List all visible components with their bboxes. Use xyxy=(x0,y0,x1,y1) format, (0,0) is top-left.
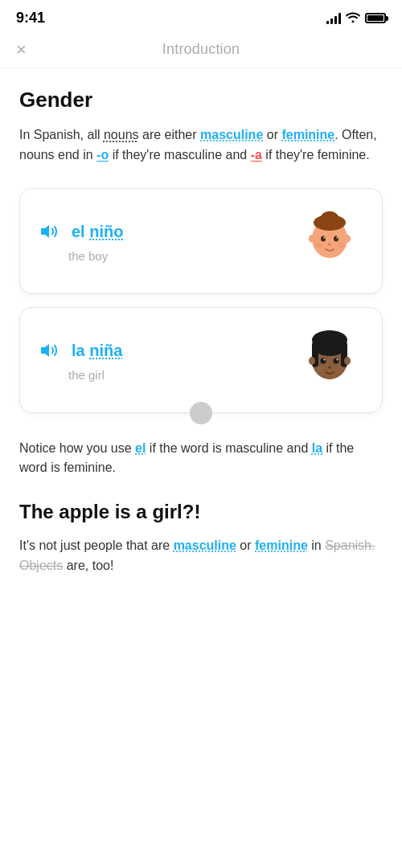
card-nina-wrapper: la niña the girl xyxy=(19,307,383,413)
card-nina-translation: the girl xyxy=(36,368,122,382)
speaker-icon-nino[interactable] xyxy=(36,219,62,244)
card-nina-article: la xyxy=(72,342,89,359)
svg-point-22 xyxy=(334,358,339,363)
svg-point-20 xyxy=(344,357,351,365)
nav-bar: × Introduction xyxy=(0,33,402,68)
apple-text: It's not just people that are masculine … xyxy=(19,536,383,576)
gender-section: Gender In Spanish, all nouns are either … xyxy=(19,88,383,166)
svg-point-9 xyxy=(324,236,326,238)
card-nino-left: el niño the boy xyxy=(36,219,123,263)
speaker-icon-nina[interactable] xyxy=(36,338,62,363)
svg-point-5 xyxy=(309,235,315,243)
close-button[interactable]: × xyxy=(16,41,27,59)
card-nino-word: el niño xyxy=(72,223,123,241)
nav-title: Introduction xyxy=(162,41,240,58)
svg-point-21 xyxy=(321,358,326,363)
word-cards: el niño the boy xyxy=(19,188,383,413)
svg-point-13 xyxy=(337,243,345,248)
svg-point-23 xyxy=(324,358,326,360)
svg-point-26 xyxy=(314,366,322,371)
svg-point-11 xyxy=(328,243,332,245)
word-card-nina[interactable]: la niña the girl xyxy=(19,307,383,413)
la-highlight: la xyxy=(312,441,322,455)
svg-point-24 xyxy=(337,358,338,360)
status-time: 9:41 xyxy=(16,10,45,27)
gender-title: Gender xyxy=(19,88,383,113)
svg-point-4 xyxy=(323,211,336,221)
svg-point-8 xyxy=(334,235,338,241)
card-nina-text: niña xyxy=(89,342,122,359)
svg-point-10 xyxy=(337,236,338,238)
suffix-a: -a xyxy=(251,148,262,162)
card-nina-word: la niña xyxy=(72,342,122,360)
status-bar: 9:41 xyxy=(0,0,402,33)
drag-dot[interactable] xyxy=(190,402,212,424)
feminine-highlight-2: feminine xyxy=(255,538,308,552)
card-nino-word-row: el niño xyxy=(36,219,123,244)
card-nino-translation: the boy xyxy=(36,249,123,263)
feminine-highlight: feminine xyxy=(281,128,334,141)
masculine-highlight: masculine xyxy=(200,128,263,141)
notice-text: Notice how you use el if the word is mas… xyxy=(19,439,383,479)
wifi-icon xyxy=(346,11,360,25)
card-nino-text: niño xyxy=(89,223,123,240)
svg-point-27 xyxy=(337,366,345,371)
masculine-highlight-2: masculine xyxy=(174,538,236,552)
nouns-word: nouns xyxy=(104,128,139,141)
signal-icon xyxy=(326,13,341,24)
svg-point-6 xyxy=(344,235,351,243)
card-nina-word-row: la niña xyxy=(36,338,122,363)
suffix-o: -o xyxy=(96,148,109,162)
svg-point-19 xyxy=(309,357,315,365)
word-card-nino[interactable]: el niño the boy xyxy=(19,188,383,294)
card-nina-image xyxy=(293,324,366,396)
apple-title: The apple is a girl?! xyxy=(19,501,383,523)
gender-paragraph: In Spanish, all nouns are either masculi… xyxy=(19,125,383,166)
card-nina-left: la niña the girl xyxy=(36,338,122,382)
notice-section: Notice how you use el if the word is mas… xyxy=(19,439,383,576)
svg-point-25 xyxy=(328,366,332,368)
svg-point-7 xyxy=(321,235,326,241)
card-nino-article: el xyxy=(72,223,89,240)
card-nino-image xyxy=(293,205,366,277)
el-highlight: el xyxy=(135,441,146,455)
battery-icon xyxy=(365,13,386,23)
main-content: Gender In Spanish, all nouns are either … xyxy=(0,68,402,602)
svg-point-12 xyxy=(314,243,322,248)
status-icons xyxy=(326,11,386,25)
